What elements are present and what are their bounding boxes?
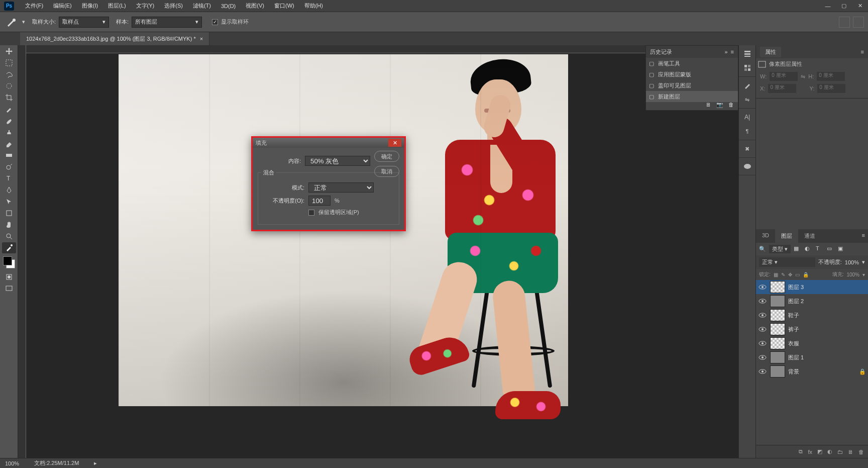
history-step[interactable]: ▢应用图层蒙版 <box>646 69 738 80</box>
layer-thumbnail[interactable] <box>770 365 785 378</box>
adjustment-layer-icon[interactable]: ◐ <box>827 448 832 455</box>
filter-pixel-icon[interactable]: ▦ <box>794 245 802 253</box>
brushes-panel-toggle[interactable] <box>742 81 752 90</box>
filter-kind-select[interactable]: 类型 ▾ <box>769 245 791 253</box>
lock-transparency-icon[interactable]: ▦ <box>774 272 778 277</box>
type-tool[interactable]: T <box>2 173 16 184</box>
arrange-docs-button[interactable] <box>839 17 850 28</box>
clone-stamp-tool[interactable] <box>2 127 16 138</box>
canvas-area[interactable] <box>18 45 738 458</box>
marquee-tool[interactable] <box>2 57 16 68</box>
layer-row[interactable]: 背景🔒 <box>756 364 868 379</box>
menu-type[interactable]: 文字(Y) <box>131 2 160 10</box>
layer-thumbnail[interactable] <box>770 351 785 363</box>
layer-style-icon[interactable]: fx <box>808 449 812 455</box>
visibility-toggle[interactable] <box>758 283 767 292</box>
show-sampling-ring-checkbox[interactable] <box>212 19 218 25</box>
menu-select[interactable]: 选择(S) <box>159 2 188 10</box>
layer-row[interactable]: 图层 1 <box>756 350 868 364</box>
opacity-value[interactable]: 100% <box>845 259 859 265</box>
move-tool[interactable] <box>2 46 16 57</box>
blend-mode-select[interactable]: 正常 ▾ <box>759 257 815 267</box>
ok-button[interactable]: 确定 <box>374 151 399 162</box>
history-step[interactable]: ▢画笔工具 <box>646 58 738 69</box>
panel-menu-icon[interactable]: ≡ <box>731 49 734 55</box>
close-tab-icon[interactable]: × <box>200 36 203 42</box>
shape-tool[interactable] <box>2 208 16 219</box>
x-field[interactable]: 0 厘米 <box>768 84 796 93</box>
lock-all-icon[interactable]: 🔒 <box>803 272 809 277</box>
layer-name[interactable]: 鞋子 <box>788 312 866 319</box>
opacity-input[interactable] <box>308 196 331 206</box>
screen-mode-button[interactable] <box>853 17 864 28</box>
cancel-button[interactable]: 取消 <box>374 166 399 177</box>
close-window-button[interactable]: ✕ <box>852 0 868 12</box>
layer-thumbnail[interactable] <box>770 337 785 349</box>
menu-window[interactable]: 窗口(W) <box>269 2 299 10</box>
dialog-titlebar[interactable]: 填充 ✕ <box>253 138 404 148</box>
history-step[interactable]: ▢盖印可见图层 <box>646 80 738 91</box>
layer-name[interactable]: 背景 <box>788 368 856 376</box>
fill-value[interactable]: 100% <box>846 272 859 277</box>
filter-shape-icon[interactable]: ▭ <box>827 245 835 253</box>
menu-filter[interactable]: 滤镜(T) <box>188 2 216 10</box>
clone-source-toggle[interactable]: ⇋ <box>742 95 752 104</box>
visibility-toggle[interactable] <box>758 339 767 348</box>
layer-name[interactable]: 图层 1 <box>788 354 866 361</box>
minimize-button[interactable]: — <box>820 0 836 12</box>
visibility-toggle[interactable] <box>758 311 767 320</box>
link-icon[interactable]: ⇋ <box>801 73 805 80</box>
content-select[interactable]: 50% 灰色 <box>305 156 370 166</box>
character-panel-toggle[interactable]: A| <box>742 113 752 122</box>
mode-select[interactable]: 正常 <box>308 182 374 193</box>
layer-row[interactable]: 衣服 <box>756 336 868 350</box>
filter-type-icon[interactable]: T <box>816 245 824 253</box>
zoom-tool[interactable] <box>2 231 16 242</box>
hand-tool[interactable] <box>2 219 16 230</box>
pen-tool[interactable] <box>2 184 16 196</box>
tab-layers[interactable]: 图层 <box>775 229 798 243</box>
color-sampler-tool[interactable] <box>2 242 16 253</box>
color-swatches[interactable] <box>3 256 15 268</box>
brush-tool[interactable] <box>2 115 16 126</box>
screen-mode-tool[interactable] <box>2 283 16 294</box>
menu-3d[interactable]: 3D(D) <box>216 3 241 9</box>
panel-menu-icon[interactable]: ≡ <box>859 229 868 243</box>
menu-help[interactable]: 帮助(H) <box>299 2 328 10</box>
layer-name[interactable]: 图层 2 <box>788 298 866 305</box>
zoom-level[interactable]: 100% <box>5 460 19 466</box>
sample-select[interactable]: 所有图层▾ <box>132 17 202 28</box>
new-group-icon[interactable]: 🗀 <box>837 449 843 455</box>
visibility-toggle[interactable] <box>758 297 767 306</box>
lock-pixels-icon[interactable]: ✎ <box>781 272 785 277</box>
tool-presets-toggle[interactable]: ✖ <box>742 144 752 153</box>
layer-thumbnail[interactable] <box>770 281 785 293</box>
height-field[interactable]: 0 厘米 <box>817 72 845 81</box>
layer-thumbnail[interactable] <box>770 309 785 321</box>
width-field[interactable]: 0 厘米 <box>770 72 798 81</box>
dodge-tool[interactable] <box>2 161 16 172</box>
preserve-transparency-checkbox[interactable] <box>308 210 314 216</box>
create-document-icon[interactable]: 🗎 <box>706 102 711 108</box>
panel-menu-icon[interactable]: ≡ <box>861 49 864 55</box>
delete-history-icon[interactable]: 🗑 <box>728 102 734 108</box>
sample-size-select[interactable]: 取样点▾ <box>59 17 109 28</box>
quick-select-tool[interactable] <box>2 80 16 91</box>
layer-row[interactable]: 图层 2 <box>756 294 868 308</box>
swatches-panel-toggle[interactable] <box>742 63 752 72</box>
lasso-tool[interactable] <box>2 69 16 80</box>
layer-name[interactable]: 裤子 <box>788 326 866 333</box>
link-layers-icon[interactable]: ⧉ <box>799 448 803 455</box>
menu-file[interactable]: 文件(F) <box>20 2 48 10</box>
crop-tool[interactable] <box>2 92 16 103</box>
filter-smart-icon[interactable]: ▣ <box>838 245 846 253</box>
layer-name[interactable]: 图层 3 <box>788 284 866 291</box>
add-mask-icon[interactable]: ◩ <box>817 448 822 455</box>
tab-channels[interactable]: 通道 <box>798 229 821 243</box>
path-select-tool[interactable] <box>2 196 16 207</box>
document-info[interactable]: 文档:2.25M/11.2M <box>34 459 79 467</box>
delete-layer-icon[interactable]: 🗑 <box>858 449 864 455</box>
eraser-tool[interactable] <box>2 138 16 149</box>
y-field[interactable]: 0 厘米 <box>817 84 845 93</box>
new-layer-icon[interactable]: 🗎 <box>848 449 853 455</box>
